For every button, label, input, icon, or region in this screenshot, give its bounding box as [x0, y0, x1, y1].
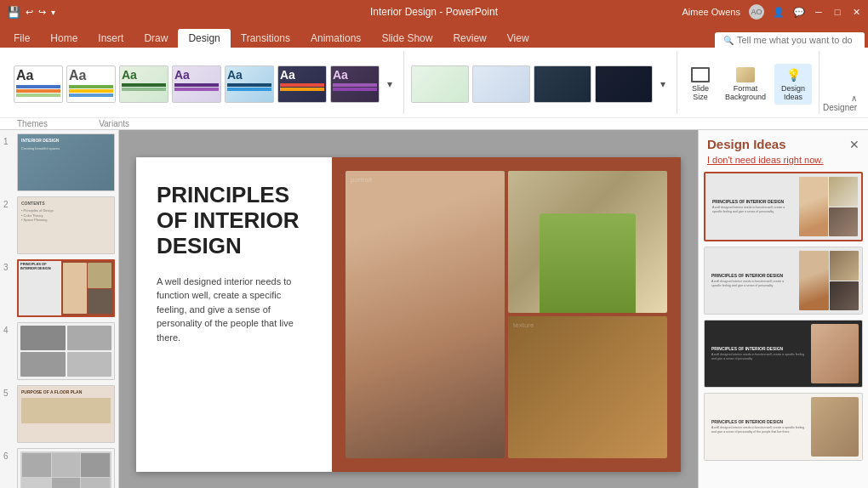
- restore-btn[interactable]: □: [832, 7, 842, 17]
- designer-collapse-btn[interactable]: ∧: [851, 94, 857, 103]
- design-panel-header: Design Ideas ✕: [699, 130, 868, 155]
- designer-label: Designer: [823, 103, 857, 112]
- design-idea-3[interactable]: PRINCIPLES OF INTERIOR DESIGN A well des…: [704, 320, 863, 388]
- theme-6[interactable]: Aa: [277, 65, 327, 103]
- di-photo-2a: [830, 251, 859, 281]
- design-ideas-list: PRINCIPLES OF INTERIOR DESIGN A well des…: [699, 172, 868, 488]
- di-photo-2c: [830, 281, 859, 311]
- slide-img-3: PRINCIPLES OF INTERIOR DESIGN: [17, 259, 115, 317]
- di-right-2: [799, 251, 859, 310]
- slide-img-2: CONTENTS • Principles of Design• Color T…: [17, 196, 115, 254]
- photo-cell-3: texture: [508, 316, 667, 458]
- tab-view[interactable]: View: [497, 29, 540, 48]
- theme-3[interactable]: Aa: [119, 65, 168, 103]
- design-idea-4[interactable]: PRINCIPLES OF INTERIOR DESIGN A well des…: [704, 393, 863, 461]
- di-photo-2b: [799, 251, 828, 310]
- di-photo-4: [811, 397, 859, 457]
- share-icon[interactable]: 👤: [773, 7, 785, 18]
- user-avatar[interactable]: AO: [749, 4, 764, 20]
- tab-draw[interactable]: Draw: [134, 29, 178, 48]
- search-input[interactable]: [737, 35, 856, 45]
- design-panel-close-button[interactable]: ✕: [849, 138, 859, 151]
- slide-number-3: 3: [3, 259, 14, 272]
- undo-icon[interactable]: ↩: [26, 7, 33, 18]
- redo-icon[interactable]: ↪: [38, 7, 46, 18]
- variant-2[interactable]: [472, 65, 530, 103]
- tab-review[interactable]: Review: [443, 29, 496, 48]
- theme-4[interactable]: Aa: [172, 65, 221, 103]
- photo-cell-portrait: portrait: [345, 171, 505, 458]
- slide-main: PRINCIPLES OF INTERIOR DESIGN A well des…: [136, 157, 681, 472]
- tab-file[interactable]: File: [3, 29, 40, 48]
- variants-more-btn[interactable]: ▾: [656, 78, 670, 90]
- di-photo-3: [811, 324, 859, 383]
- theme-default[interactable]: Aa: [14, 65, 63, 103]
- tab-home[interactable]: Home: [40, 29, 88, 48]
- di-right-1: [799, 177, 858, 236]
- design-idea-1[interactable]: PRINCIPLES OF INTERIOR DESIGN A well des…: [704, 172, 863, 241]
- slide-number-5: 5: [3, 385, 14, 398]
- tab-transitions[interactable]: Transitions: [231, 29, 300, 48]
- close-btn[interactable]: ✕: [851, 7, 861, 17]
- tab-animations[interactable]: Animations: [300, 29, 371, 48]
- theme-2[interactable]: Aa: [66, 65, 116, 103]
- design-idea-img-4: PRINCIPLES OF INTERIOR DESIGN A well des…: [705, 394, 862, 460]
- design-ideas-icon: 💡: [784, 67, 802, 82]
- variant-4[interactable]: [595, 65, 653, 103]
- themes-label: Themes: [0, 119, 48, 128]
- slide-img-5: PURPOSE OF A FLOOR PLAN: [17, 385, 115, 443]
- tab-slideshow[interactable]: Slide Show: [371, 29, 443, 48]
- di-left-3: PRINCIPLES OF INTERIOR DESIGN A well des…: [708, 324, 809, 383]
- search-icon: 🔍: [723, 36, 734, 45]
- format-background-label: FormatBackground: [725, 84, 766, 101]
- slide-img-1: INTERIOR DESIGN Creating beautiful space…: [17, 133, 115, 191]
- ribbon: File Home Insert Draw Design Transitions…: [0, 24, 868, 130]
- slide-content-left: PRINCIPLES OF INTERIOR DESIGN A well des…: [136, 157, 332, 472]
- no-ideas-link[interactable]: I don't need ideas right now.: [699, 155, 868, 172]
- design-ideas-button[interactable]: 💡 DesignIdeas: [774, 64, 812, 105]
- di-layout-3: PRINCIPLES OF INTERIOR DESIGN A well des…: [705, 321, 862, 387]
- slide-thumb-5[interactable]: 5 PURPOSE OF A FLOOR PLAN: [3, 385, 115, 443]
- di-left-1: PRINCIPLES OF INTERIOR DESIGN A well des…: [709, 177, 797, 236]
- design-idea-img-2: PRINCIPLES OF INTERIOR DESIGN A well des…: [705, 247, 862, 314]
- customize-group: SlideSize FormatBackground 💡 DesignIdeas: [677, 51, 819, 114]
- ribbon-content: Aa Aa Aa Aa: [0, 48, 868, 117]
- di-left-2: PRINCIPLES OF INTERIOR DESIGN A well des…: [708, 251, 797, 310]
- variant-3[interactable]: [534, 65, 591, 103]
- comments-icon[interactable]: 💬: [793, 7, 805, 18]
- design-ideas-panel: Design Ideas ✕ I don't need ideas right …: [698, 130, 868, 488]
- di-body-4: A well designed interior needs to functi…: [711, 426, 806, 434]
- di-title-2: PRINCIPLES OF INTERIOR DESIGN: [711, 273, 794, 278]
- slide-thumb-6[interactable]: 6: [3, 448, 115, 488]
- slide-thumb-2[interactable]: 2 CONTENTS • Principles of Design• Color…: [3, 196, 115, 254]
- tab-design[interactable]: Design: [178, 29, 230, 48]
- di-title-4: PRINCIPLES OF INTERIOR DESIGN: [711, 419, 806, 424]
- variant-1[interactable]: [411, 65, 469, 103]
- slide-thumb-1[interactable]: 1 INTERIOR DESIGN Creating beautiful spa…: [3, 133, 115, 191]
- slide-img-4: [17, 322, 115, 380]
- slide-number-2: 2: [3, 196, 14, 209]
- theme-strip: Aa Aa Aa Aa: [14, 51, 397, 114]
- slide-thumb-4[interactable]: 4: [3, 322, 115, 380]
- theme-5[interactable]: Aa: [225, 65, 274, 103]
- slide-size-button[interactable]: SlideSize: [684, 64, 717, 105]
- format-background-button[interactable]: FormatBackground: [718, 64, 773, 105]
- di-title-1: PRINCIPLES OF INTERIOR DESIGN: [712, 199, 794, 204]
- tab-insert[interactable]: Insert: [88, 29, 134, 48]
- ribbon-labels: Themes Variants: [0, 117, 868, 129]
- design-idea-2[interactable]: PRINCIPLES OF INTERIOR DESIGN A well des…: [704, 247, 863, 315]
- themes-more-btn[interactable]: ▾: [383, 78, 397, 90]
- theme-7[interactable]: Aa: [330, 65, 380, 103]
- save-icon[interactable]: 💾: [7, 6, 20, 19]
- variants-label: Variants: [48, 119, 129, 128]
- title-bar-left: 💾 ↩ ↪ ▾: [7, 6, 55, 19]
- minimize-btn[interactable]: ─: [814, 7, 824, 17]
- design-idea-img-3: PRINCIPLES OF INTERIOR DESIGN A well des…: [705, 321, 862, 387]
- di-photo-1a: [829, 177, 858, 207]
- designer-group: ∧ Designer: [819, 51, 860, 114]
- di-layout-4: PRINCIPLES OF INTERIOR DESIGN A well des…: [705, 394, 862, 460]
- slide-thumb-3[interactable]: 3 PRINCIPLES OF INTERIOR DESIGN: [3, 259, 115, 317]
- di-title-3: PRINCIPLES OF INTERIOR DESIGN: [711, 346, 806, 351]
- customize-qat-icon[interactable]: ▾: [51, 8, 55, 17]
- design-panel-title: Design Ideas: [707, 137, 786, 151]
